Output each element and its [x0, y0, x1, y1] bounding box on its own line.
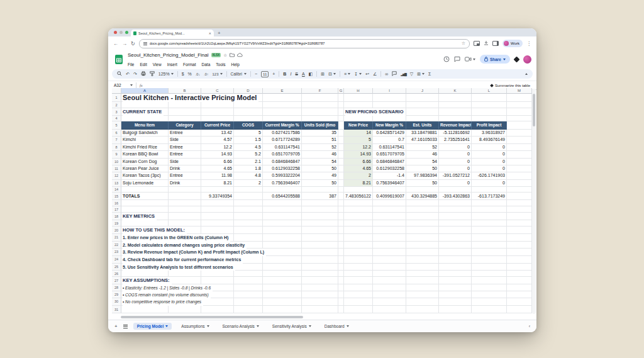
cell-F19[interactable]: [302, 220, 338, 227]
menu-data[interactable]: Data: [202, 62, 211, 67]
cell-G15[interactable]: [338, 193, 344, 200]
menu-view[interactable]: View: [153, 62, 162, 67]
cell-M10[interactable]: [507, 159, 532, 165]
cell-A2[interactable]: [121, 102, 169, 108]
cell-L3[interactable]: [472, 108, 507, 116]
cell-B3[interactable]: [169, 108, 201, 116]
cell-B2[interactable]: [169, 102, 201, 108]
cell-L21[interactable]: [472, 234, 507, 242]
cell-K8[interactable]: 0: [439, 144, 472, 151]
cell-M29[interactable]: [507, 291, 532, 298]
row-header-24[interactable]: 24: [112, 256, 121, 264]
cell-C7[interactable]: 4.57: [201, 137, 234, 143]
cell-I30[interactable]: [373, 298, 406, 305]
cell-A17[interactable]: [121, 206, 169, 213]
cell-I5[interactable]: New Margin %: [373, 121, 406, 130]
row-header-4[interactable]: 4: [112, 116, 121, 121]
cell-M20[interactable]: [507, 227, 532, 234]
cell-C15[interactable]: 9.33749354: [201, 193, 234, 200]
cell-B31[interactable]: [169, 306, 201, 313]
cell-B11[interactable]: Drink: [169, 165, 201, 172]
cell-I2[interactable]: [373, 102, 406, 108]
cell-L8[interactable]: 0: [472, 144, 507, 151]
row-header-7[interactable]: 7: [112, 137, 121, 143]
cell-J29[interactable]: [406, 291, 439, 298]
cell-K24[interactable]: [439, 256, 472, 264]
cell-H4[interactable]: [344, 116, 373, 121]
row-header-16[interactable]: 16: [112, 200, 121, 206]
cell-J8[interactable]: 52: [406, 144, 439, 151]
cell-J1[interactable]: [406, 94, 439, 102]
cell-D12[interactable]: 4.8: [234, 172, 263, 179]
cell-E23[interactable]: [263, 249, 302, 256]
row-header-2[interactable]: 2: [112, 102, 121, 108]
cell-D20[interactable]: [234, 227, 263, 234]
cell-D28[interactable]: [234, 284, 263, 291]
cell-I17[interactable]: [373, 206, 406, 213]
row-header-27[interactable]: 27: [112, 277, 121, 284]
cell-D31[interactable]: [234, 306, 263, 313]
col-header-F[interactable]: F: [302, 88, 338, 94]
cell-E5[interactable]: Current Margin %: [263, 121, 302, 130]
insert-chart-icon[interactable]: ▂▅▇: [401, 72, 406, 76]
cell-F28[interactable]: [302, 284, 338, 291]
col-header-H[interactable]: H: [344, 88, 373, 94]
cell-K1[interactable]: [439, 94, 472, 102]
cell-G4[interactable]: [338, 116, 344, 121]
cell-B6[interactable]: Entree: [169, 130, 201, 137]
cell-D13[interactable]: 2: [234, 180, 263, 187]
zoom-window-button[interactable]: [125, 31, 128, 34]
cell-A19[interactable]: [121, 220, 169, 227]
redo-icon[interactable]: ↷: [133, 72, 137, 77]
row-header-9[interactable]: 9: [112, 151, 121, 158]
text-wrap-icon[interactable]: ↩: [365, 72, 369, 77]
italic-icon[interactable]: I: [290, 72, 291, 76]
cell-F31[interactable]: [302, 306, 338, 313]
cell-L1[interactable]: [472, 94, 507, 102]
cell-E24[interactable]: [263, 256, 302, 264]
cell-I6[interactable]: 0.6428571429: [373, 130, 406, 137]
row-header-1[interactable]: 1: [112, 94, 121, 102]
cell-K28[interactable]: [439, 284, 472, 291]
col-header-M[interactable]: M: [507, 88, 532, 94]
cell-J17[interactable]: [406, 206, 439, 213]
cell-C26[interactable]: [201, 271, 234, 277]
add-sheet-button[interactable]: +: [114, 323, 118, 329]
cell-E13[interactable]: 0.7563946407: [263, 180, 302, 187]
cell-C18[interactable]: [201, 213, 234, 220]
cell-L24[interactable]: [472, 256, 507, 264]
back-button[interactable]: ←: [113, 41, 118, 47]
cell-D9[interactable]: 5.2: [234, 151, 263, 158]
format-percent-icon[interactable]: %: [188, 72, 192, 76]
cell-J11[interactable]: 50: [406, 165, 439, 172]
cell-E16[interactable]: [263, 200, 302, 206]
cell-A5[interactable]: Menu Item: [121, 121, 169, 130]
font-size-decrease-button[interactable]: −: [255, 72, 257, 76]
cell-C17[interactable]: [201, 206, 234, 213]
grid-corner[interactable]: [112, 88, 121, 94]
url-bar[interactable]: docs.google.com/spreadsheets/d/1Ur2U2qLa…: [139, 39, 470, 48]
cell-I1[interactable]: [373, 94, 406, 102]
cell-M9[interactable]: [507, 151, 532, 158]
cell-L5[interactable]: Profit Impact: [472, 121, 507, 130]
vertical-scrollbar[interactable]: [532, 89, 536, 314]
cell-M30[interactable]: [507, 298, 532, 305]
row-header-23[interactable]: 23: [112, 249, 121, 256]
col-header-D[interactable]: D: [234, 88, 263, 94]
cell-I21[interactable]: [373, 234, 406, 242]
cell-L26[interactable]: [472, 271, 507, 277]
row-header-17[interactable]: 17: [112, 206, 121, 213]
cell-G3[interactable]: [338, 108, 344, 116]
side-panel-icon[interactable]: [492, 41, 499, 46]
cell-J7[interactable]: 47.16105033: [406, 137, 439, 143]
cell-E3[interactable]: [263, 108, 302, 116]
cell-I9[interactable]: 0.6517079705: [373, 151, 406, 158]
cell-G23[interactable]: [338, 249, 344, 256]
row-header-22[interactable]: 22: [112, 242, 121, 249]
sheet-tab-dashboard[interactable]: Dashboard: [321, 323, 353, 330]
cell-G11[interactable]: [338, 165, 344, 172]
col-header-L[interactable]: L: [472, 88, 507, 94]
cell-G25[interactable]: [338, 264, 344, 271]
cell-E18[interactable]: [263, 213, 302, 220]
cell-M16[interactable]: [507, 200, 532, 206]
